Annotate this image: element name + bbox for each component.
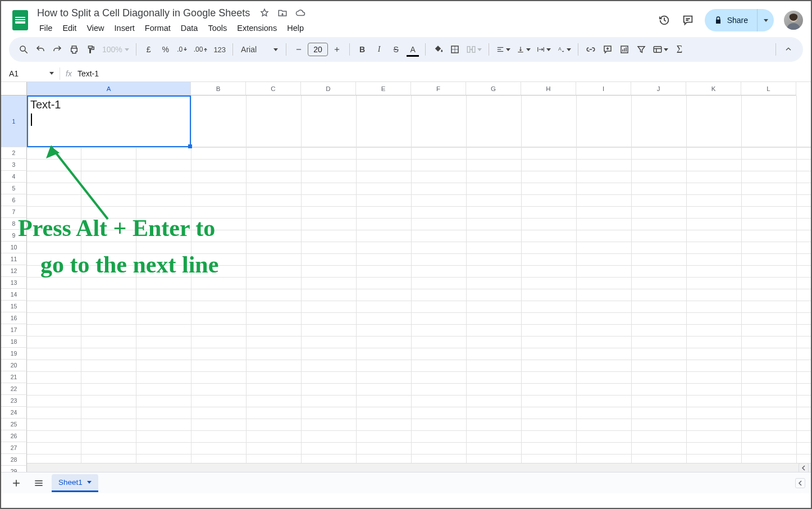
currency-button[interactable]: £ [141,41,157,58]
name-box[interactable]: A1 [1,66,60,81]
decrease-decimal-button[interactable]: .0 [175,41,190,58]
sheet-tab-sheet1[interactable]: Sheet1 [52,474,98,492]
print-icon[interactable] [66,41,82,58]
percent-button[interactable]: % [158,41,174,58]
col-header-h[interactable]: H [521,82,576,96]
scroll-left-icon[interactable] [799,463,809,472]
account-avatar[interactable] [784,11,803,30]
merge-button[interactable] [464,41,484,58]
sheets-logo[interactable] [9,9,31,31]
doc-title[interactable]: How to Split a Cell Diagonally in Google… [35,6,252,20]
link-button[interactable] [583,41,599,58]
col-header-g[interactable]: G [466,82,521,96]
table-view-button[interactable] [650,41,670,58]
move-icon[interactable] [277,7,288,19]
row-header[interactable]: 17 [1,324,27,336]
menu-view[interactable]: View [82,21,108,35]
rotate-text-button[interactable]: A [554,41,573,58]
row-header[interactable]: 19 [1,348,27,360]
active-cell-a1[interactable]: Text-1 [27,96,191,147]
menu-format[interactable]: Format [140,21,175,35]
scroll-left-icon[interactable] [795,478,805,488]
add-sheet-button[interactable] [7,475,26,492]
row-header[interactable]: 11 [1,253,27,265]
font-size-increase[interactable] [329,41,345,58]
redo-icon[interactable] [49,41,65,58]
font-size-input[interactable]: 20 [308,43,328,56]
row-header[interactable]: 7 [1,206,27,218]
row-header[interactable]: 1 [1,96,27,147]
row-header[interactable]: 6 [1,194,27,206]
row-header[interactable]: 28 [1,454,27,466]
horizontal-scrollbar[interactable] [27,463,811,472]
menu-edit[interactable]: Edit [58,21,81,35]
strikethrough-button[interactable]: S [388,41,404,58]
col-header-i[interactable]: I [576,82,631,96]
star-icon[interactable] [259,7,270,19]
row-header[interactable]: 10 [1,242,27,253]
row-header[interactable]: 20 [1,360,27,371]
insert-chart-button[interactable] [617,41,632,58]
col-header-k[interactable]: K [686,82,741,96]
row-header[interactable]: 24 [1,407,27,419]
filter-button[interactable] [633,41,649,58]
col-header-f[interactable]: F [411,82,466,96]
formula-input[interactable]: Text-1 [77,69,99,78]
col-header-e[interactable]: E [356,82,411,96]
row-header[interactable]: 29 [1,466,27,472]
menu-tools[interactable]: Tools [203,21,231,35]
row-header[interactable]: 2 [1,147,27,159]
number-format-button[interactable]: 123 [211,41,228,58]
row-header[interactable]: 9 [1,230,27,242]
zoom-select[interactable]: 100% [100,41,131,58]
menu-help[interactable]: Help [282,21,308,35]
row-header[interactable]: 8 [1,218,27,230]
font-size-decrease[interactable] [291,41,307,58]
all-sheets-button[interactable] [29,475,48,492]
valign-button[interactable] [514,41,533,58]
increase-decimal-button[interactable]: .00 [191,41,211,58]
share-dropdown[interactable] [757,9,774,31]
menu-extensions[interactable]: Extensions [232,21,281,35]
row-header[interactable]: 27 [1,442,27,454]
col-header-b[interactable]: B [191,82,246,96]
row-header[interactable]: 21 [1,371,27,383]
col-header-c[interactable]: C [246,82,301,96]
menu-insert[interactable]: Insert [110,21,139,35]
row-header[interactable]: 4 [1,171,27,183]
font-select[interactable]: Arial [238,41,281,58]
fill-color-button[interactable] [430,41,446,58]
history-icon[interactable] [658,13,671,27]
share-button[interactable]: Share [705,9,757,31]
wrap-button[interactable] [534,41,553,58]
text-color-button[interactable]: A [405,41,421,58]
row-header[interactable]: 12 [1,265,27,277]
borders-button[interactable] [447,41,463,58]
insert-comment-button[interactable] [600,41,615,58]
row-header[interactable]: 26 [1,430,27,442]
menu-file[interactable]: File [35,21,57,35]
row-header[interactable]: 25 [1,419,27,430]
row-header[interactable]: 15 [1,301,27,312]
align-button[interactable] [494,41,513,58]
undo-icon[interactable] [33,41,48,58]
italic-button[interactable]: I [371,41,387,58]
row-header[interactable]: 14 [1,289,27,301]
col-header-a[interactable]: A [27,82,191,96]
row-header[interactable]: 22 [1,383,27,395]
paint-format-icon[interactable] [83,41,99,58]
col-header-d[interactable]: D [301,82,356,96]
row-header[interactable]: 16 [1,312,27,324]
cloud-status-icon[interactable] [295,7,306,19]
functions-button[interactable]: Σ [672,41,687,58]
collapse-toolbar-icon[interactable] [781,41,796,58]
select-all-corner[interactable] [1,82,27,96]
row-header[interactable]: 5 [1,183,27,194]
row-header[interactable]: 23 [1,395,27,407]
col-header-l[interactable]: L [741,82,796,96]
comments-icon[interactable] [681,13,695,27]
spreadsheet-grid[interactable]: A B C D E F G H I J K L 1 2 3 4 5 6 7 8 … [1,82,811,472]
row-header[interactable]: 13 [1,277,27,289]
menu-data[interactable]: Data [176,21,203,35]
row-header[interactable]: 18 [1,336,27,348]
